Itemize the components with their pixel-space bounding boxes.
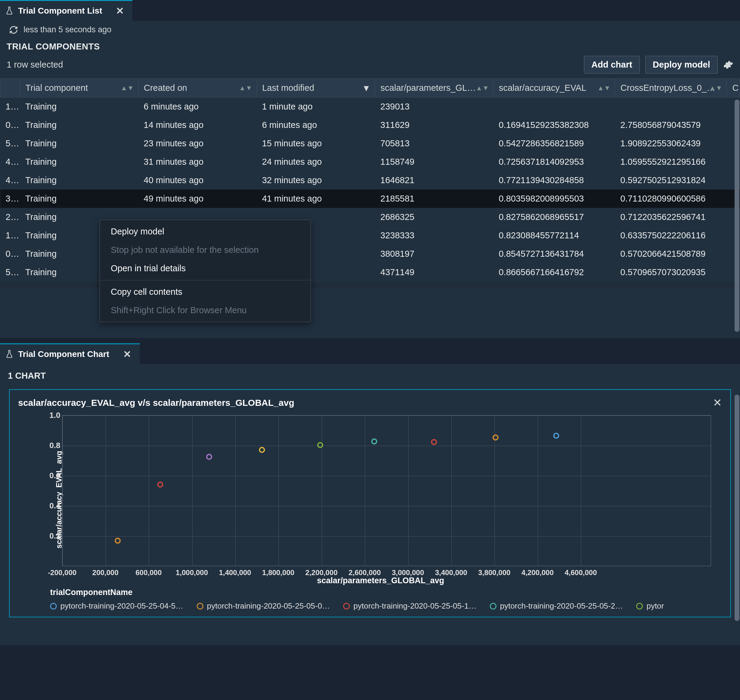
data-point[interactable] bbox=[206, 454, 212, 460]
data-point[interactable] bbox=[431, 439, 437, 445]
table-row[interactable]: 3…Training49 minutes ago41 minutes ago21… bbox=[0, 190, 740, 208]
data-point[interactable] bbox=[553, 433, 559, 439]
col-header-trial-component[interactable]: Trial component▲▼ bbox=[20, 79, 138, 97]
vertical-scrollbar[interactable] bbox=[734, 100, 739, 332]
tab-bar: Trial Component Chart ✕ bbox=[0, 343, 740, 364]
legend-item[interactable]: pytorch-training-2020-05-25-04-5… bbox=[50, 601, 184, 611]
cell-tc: Training bbox=[20, 190, 138, 208]
data-point[interactable] bbox=[157, 482, 163, 488]
cell-id: 1… bbox=[0, 97, 20, 116]
y-tick: 1.0 bbox=[50, 411, 60, 420]
x-tick: 200,000 bbox=[92, 568, 119, 577]
col-header-params[interactable]: scalar/parameters_GL…▲▼ bbox=[375, 79, 493, 97]
y-tick: 0.4 bbox=[50, 501, 60, 510]
cell-id: 3… bbox=[0, 190, 20, 208]
table-row[interactable]: 1…Training6 minutes ago1 minute ago23901… bbox=[0, 97, 740, 116]
flask-icon bbox=[6, 6, 13, 15]
cell-accuracy: 0.8275862068965517 bbox=[493, 208, 615, 226]
trial-component-chart-panel: Trial Component Chart ✕ 1 CHART scalar/a… bbox=[0, 343, 740, 645]
tab-label: Trial Component Chart bbox=[18, 349, 109, 359]
col-header-created[interactable]: Created on▲▼ bbox=[138, 79, 256, 97]
table-row[interactable]: 0…Training14 minutes ago6 minutes ago311… bbox=[0, 116, 740, 134]
legend-swatch bbox=[50, 603, 57, 609]
gear-icon[interactable] bbox=[723, 60, 733, 70]
close-icon[interactable]: ✕ bbox=[116, 5, 124, 16]
col-header-id[interactable] bbox=[0, 79, 20, 97]
actions-row: 1 row selected Add chart Deploy model bbox=[0, 54, 740, 78]
sort-icon[interactable]: ▲▼ bbox=[597, 84, 611, 92]
chart-card[interactable]: scalar/accuracy_EVAL_avg v/s scalar/para… bbox=[9, 389, 731, 617]
cell-loss: 0.5709657073020935 bbox=[615, 263, 727, 281]
cell-modified: 41 minutes ago bbox=[256, 190, 375, 208]
menu-copy-cell[interactable]: Copy cell contents bbox=[100, 283, 310, 301]
refresh-text: less than 5 seconds ago bbox=[24, 25, 111, 34]
cell-created: 31 minutes ago bbox=[138, 153, 256, 171]
x-tick: 2,200,000 bbox=[305, 568, 338, 577]
cell-id: 4… bbox=[0, 171, 20, 190]
col-header-extra[interactable]: C bbox=[727, 79, 740, 97]
cell-accuracy: 0.823088455772114 bbox=[493, 226, 615, 245]
table-row[interactable]: 4…Training40 minutes ago32 minutes ago16… bbox=[0, 171, 740, 190]
cell-loss: 1.0595552921295166 bbox=[615, 153, 727, 171]
vertical-scrollbar[interactable] bbox=[734, 395, 739, 621]
sort-icon[interactable]: ▲▼ bbox=[476, 84, 489, 92]
cell-modified: 32 minutes ago bbox=[256, 171, 375, 190]
col-header-accuracy[interactable]: scalar/accuracy_EVAL▲▼ bbox=[493, 79, 615, 97]
add-chart-button[interactable]: Add chart bbox=[584, 56, 640, 74]
cell-tc: Training bbox=[20, 97, 138, 116]
table-header-row: Trial component▲▼ Created on▲▼ Last modi… bbox=[0, 79, 740, 97]
cell-created: 23 minutes ago bbox=[138, 134, 256, 153]
tab-trial-component-chart[interactable]: Trial Component Chart ✕ bbox=[0, 343, 140, 364]
data-point[interactable] bbox=[259, 447, 265, 453]
chart-close-icon[interactable]: ✕ bbox=[713, 397, 722, 409]
deploy-model-button[interactable]: Deploy model bbox=[645, 56, 718, 74]
tab-label: Trial Component List bbox=[18, 6, 102, 16]
cell-accuracy: 0.7256371814092953 bbox=[493, 153, 615, 171]
data-point[interactable] bbox=[317, 442, 323, 448]
data-point[interactable] bbox=[371, 438, 377, 444]
table-row[interactable]: 5…Training23 minutes ago15 minutes ago70… bbox=[0, 134, 740, 153]
table-row[interactable]: 4…Training31 minutes ago24 minutes ago11… bbox=[0, 153, 740, 171]
col-header-loss[interactable]: CrossEntropyLoss_0_…▲▼ bbox=[615, 79, 727, 97]
data-point[interactable] bbox=[115, 538, 121, 544]
x-tick: 3,000,000 bbox=[392, 568, 424, 577]
cell-loss: 0.5927502512931824 bbox=[615, 171, 727, 190]
legend-item[interactable]: pytorch-training-2020-05-25-05-2… bbox=[490, 601, 623, 611]
cell-accuracy: 0.7721139430284858 bbox=[493, 171, 615, 190]
tab-trial-component-list[interactable]: Trial Component List ✕ bbox=[0, 0, 132, 21]
cell-id: 1… bbox=[0, 226, 20, 245]
flask-icon bbox=[6, 350, 13, 359]
cell-modified: 15 minutes ago bbox=[256, 134, 375, 153]
cell-accuracy: 0.8545727136431784 bbox=[493, 245, 615, 263]
refresh-row: less than 5 seconds ago bbox=[0, 21, 740, 39]
legend-label: pytorch-training-2020-05-25-05-2… bbox=[500, 601, 623, 611]
menu-browser-hint: Shift+Right Click for Browser Menu bbox=[100, 301, 310, 319]
close-icon[interactable]: ✕ bbox=[123, 349, 131, 360]
col-header-modified[interactable]: Last modified▼ bbox=[256, 79, 375, 97]
chart-section-title: 1 CHART bbox=[0, 364, 740, 387]
legend-item[interactable]: pytorch-training-2020-05-25-05-0… bbox=[197, 601, 330, 611]
cell-modified: 1 minute ago bbox=[256, 97, 375, 116]
sort-icon[interactable]: ▲▼ bbox=[239, 84, 252, 92]
filter-icon[interactable]: ▼ bbox=[362, 83, 371, 93]
cell-params: 1646821 bbox=[375, 171, 493, 190]
menu-open-trial-details[interactable]: Open in trial details bbox=[100, 259, 310, 278]
plot-grid bbox=[62, 415, 711, 566]
refresh-icon[interactable] bbox=[9, 25, 18, 34]
cell-params: 2686325 bbox=[375, 208, 493, 226]
menu-deploy-model[interactable]: Deploy model bbox=[100, 222, 310, 241]
cell-params: 1158749 bbox=[375, 153, 493, 171]
legend-item[interactable]: pytorch-training-2020-05-25-05-1… bbox=[343, 601, 477, 611]
sort-icon[interactable]: ▲▼ bbox=[709, 84, 722, 92]
legend-label: pytorch-training-2020-05-25-05-1… bbox=[353, 601, 477, 611]
sort-icon[interactable]: ▲▼ bbox=[121, 84, 134, 92]
legend-label: pytor bbox=[646, 601, 664, 611]
x-tick: 1,000,000 bbox=[176, 568, 208, 577]
legend-title: trialComponentName bbox=[50, 588, 723, 597]
legend-item[interactable]: pytor bbox=[636, 601, 664, 611]
cell-tc: Training bbox=[20, 116, 138, 134]
x-axis-label: scalar/parameters_GLOBAL_avg bbox=[317, 576, 444, 585]
data-point[interactable] bbox=[493, 434, 499, 441]
x-tick: 3,400,000 bbox=[435, 568, 467, 577]
cell-created: 40 minutes ago bbox=[138, 171, 256, 190]
